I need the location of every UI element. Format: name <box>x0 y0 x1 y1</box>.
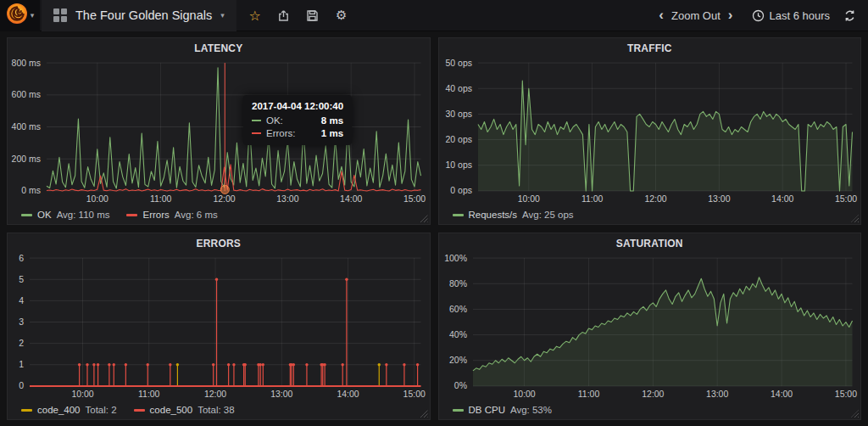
dashboard-title: The Four Golden Signals <box>75 8 212 22</box>
tooltip-ok-value: 8 ms <box>321 115 343 126</box>
legend-color-dash-icon <box>453 214 464 216</box>
dashboard-actions: ☆ ⚙ <box>243 3 353 27</box>
svg-text:12:00: 12:00 <box>204 390 226 399</box>
dashboard-grid-icon <box>53 8 67 22</box>
share-icon <box>277 9 290 22</box>
refresh-icon <box>843 9 856 22</box>
svg-text:14:00: 14:00 <box>340 194 362 204</box>
svg-text:600 ms: 600 ms <box>12 90 41 99</box>
share-button[interactable] <box>272 3 296 27</box>
legend-item-requests-s[interactable]: Requests/sAvg: 25 ops <box>453 210 574 220</box>
time-range-label: Last 6 hours <box>769 9 830 22</box>
legend-series-label: code_500 <box>150 405 193 415</box>
refresh-button[interactable] <box>843 9 856 22</box>
latency-tooltip: 2017-04-04 12:00:40 OK: 8 ms Errors: 1 m… <box>243 95 352 145</box>
legend-item-code-400[interactable]: code_400Total: 2 <box>21 405 117 415</box>
svg-text:15:00: 15:00 <box>403 194 426 204</box>
svg-text:12:00: 12:00 <box>213 194 235 204</box>
svg-text:20%: 20% <box>449 356 467 365</box>
svg-text:0 ops: 0 ops <box>450 186 472 195</box>
svg-text:400 ms: 400 ms <box>12 122 41 132</box>
time-range-picker[interactable]: Last 6 hours <box>752 9 830 22</box>
tooltip-errors-value: 1 ms <box>321 128 343 138</box>
saturation-chart[interactable]: 0%20%40%60%80%100%10:0011:0012:0013:0014… <box>439 253 861 401</box>
svg-text:50 ops: 50 ops <box>445 59 471 68</box>
legend-series-label: OK <box>37 210 52 220</box>
legend-item-db-cpu[interactable]: DB CPUAvg: 53% <box>453 405 552 415</box>
svg-text:13:00: 13:00 <box>270 390 292 399</box>
time-shift-forward-button[interactable]: › <box>721 7 741 24</box>
svg-text:10:00: 10:00 <box>71 390 93 399</box>
time-controls: ‹ Zoom Out › Last 6 hours <box>651 7 868 24</box>
legend-series-value: Avg: 110 ms <box>57 210 110 220</box>
grafana-logo-menu[interactable]: ▾ <box>0 0 40 31</box>
svg-text:6: 6 <box>19 254 24 263</box>
svg-text:80%: 80% <box>449 279 467 289</box>
errors-legend: code_400Total: 2code_500Total: 38 <box>8 401 430 419</box>
legend-item-errors[interactable]: ErrorsAvg: 6 ms <box>126 210 217 220</box>
traffic-legend: Requests/sAvg: 25 ops <box>439 205 861 224</box>
dashboard-grid: LATENCY 0 ms200 ms400 ms600 ms800 ms10:0… <box>0 31 868 426</box>
svg-text:1: 1 <box>19 360 24 369</box>
star-button[interactable]: ☆ <box>243 3 267 27</box>
grafana-logo-icon <box>6 3 28 28</box>
legend-color-dash-icon <box>134 409 145 412</box>
legend-color-dash-icon <box>21 214 32 216</box>
legend-series-value: Avg: 6 ms <box>175 210 218 220</box>
zoom-out-button[interactable]: Zoom Out <box>671 9 721 22</box>
tooltip-row-ok: OK: 8 ms <box>252 115 343 126</box>
svg-text:40 ops: 40 ops <box>445 84 471 93</box>
panel-latency: LATENCY 0 ms200 ms400 ms600 ms800 ms10:0… <box>7 37 431 225</box>
errors-chart-area: 012345610:0011:0012:0013:0014:0015:00 <box>8 253 430 401</box>
panel-saturation: SATURATION 0%20%40%60%80%100%10:0011:001… <box>438 233 862 420</box>
star-icon: ☆ <box>249 8 261 24</box>
svg-text:0: 0 <box>19 381 24 390</box>
legend-series-value: Avg: 53% <box>510 405 552 415</box>
svg-text:13:00: 13:00 <box>708 194 730 204</box>
panel-title-latency[interactable]: LATENCY <box>8 38 430 58</box>
legend-series-value: Avg: 25 ops <box>522 210 574 220</box>
legend-color-dash-icon <box>21 409 32 412</box>
tooltip-timestamp: 2017-04-04 12:00:40 <box>252 101 343 111</box>
logo-caret-icon: ▾ <box>31 12 35 20</box>
legend-color-dash-icon <box>126 214 137 216</box>
svg-text:11:00: 11:00 <box>150 194 172 204</box>
traffic-chart[interactable]: 0 ops10 ops20 ops30 ops40 ops50 ops10:00… <box>439 58 861 205</box>
svg-text:11:00: 11:00 <box>577 390 599 399</box>
panel-errors: ERRORS 012345610:0011:0012:0013:0014:001… <box>7 233 431 420</box>
svg-text:12:00: 12:00 <box>642 390 664 399</box>
svg-text:4: 4 <box>19 296 24 305</box>
svg-text:15:00: 15:00 <box>834 390 856 399</box>
save-button[interactable] <box>301 3 325 27</box>
panel-title-saturation[interactable]: SATURATION <box>439 233 861 253</box>
legend-item-ok[interactable]: OKAvg: 110 ms <box>21 210 109 220</box>
legend-series-value: Total: 38 <box>198 405 234 415</box>
svg-text:100%: 100% <box>444 254 467 263</box>
svg-text:10 ops: 10 ops <box>445 160 471 170</box>
svg-text:5: 5 <box>19 275 24 284</box>
svg-text:60%: 60% <box>449 305 467 314</box>
legend-item-code-500[interactable]: code_500Total: 38 <box>134 405 235 415</box>
title-caret-icon: ▾ <box>220 12 225 20</box>
svg-text:10:00: 10:00 <box>513 390 535 399</box>
svg-text:14:00: 14:00 <box>770 390 792 399</box>
panel-traffic: TRAFFIC 0 ops10 ops20 ops30 ops40 ops50 … <box>438 37 862 225</box>
svg-text:15:00: 15:00 <box>403 390 426 399</box>
dashboard-picker[interactable]: The Four Golden Signals ▾ <box>42 0 236 31</box>
panel-title-traffic[interactable]: TRAFFIC <box>439 38 861 58</box>
tooltip-ok-label: OK: <box>266 115 283 126</box>
svg-text:20 ops: 20 ops <box>445 135 471 144</box>
legend-series-label: code_400 <box>37 405 81 415</box>
clock-icon <box>752 9 765 22</box>
saturation-chart-area: 0%20%40%60%80%100%10:0011:0012:0013:0014… <box>439 253 861 401</box>
latency-legend: OKAvg: 110 msErrorsAvg: 6 ms <box>8 205 430 224</box>
panel-title-errors[interactable]: ERRORS <box>8 233 430 253</box>
svg-text:11:00: 11:00 <box>138 390 160 399</box>
settings-button[interactable]: ⚙ <box>330 3 353 27</box>
latency-chart[interactable]: 0 ms200 ms400 ms600 ms800 ms10:0011:0012… <box>8 58 430 205</box>
time-shift-back-button[interactable]: ‹ <box>651 7 671 24</box>
errors-chart[interactable]: 012345610:0011:0012:0013:0014:0015:00 <box>8 253 430 401</box>
legend-series-label: DB CPU <box>469 405 505 415</box>
top-navbar: ▾ The Four Golden Signals ▾ ☆ ⚙ ‹ <box>0 0 868 31</box>
save-icon <box>306 9 319 22</box>
